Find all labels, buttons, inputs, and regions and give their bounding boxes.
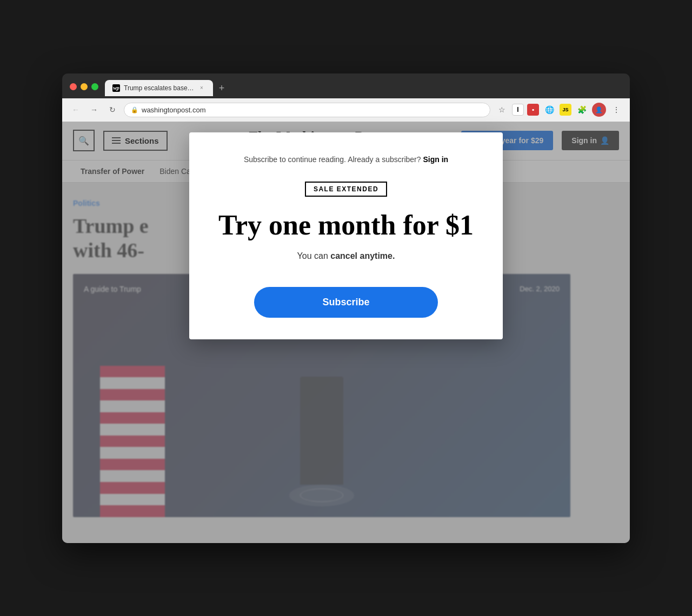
minimize-window-button[interactable]: [81, 83, 88, 90]
maximize-window-button[interactable]: [91, 83, 98, 90]
lock-icon: 🔒: [131, 106, 138, 113]
browser-toolbar-icons: ☆ I ▪ 🌐 JS 🧩 👤 ⋮: [495, 103, 623, 117]
active-tab[interactable]: wp Trump escalates baseless atta ×: [105, 80, 213, 96]
modal-overlay: Subscribe to continue reading. Already a…: [62, 122, 630, 543]
site-content: 🔍 Sections The Washington Post Democracy…: [62, 122, 630, 543]
chrome-menu-icon[interactable]: ⋮: [609, 103, 623, 117]
url-text: washingtonpost.com: [142, 106, 206, 114]
profile-avatar[interactable]: 👤: [592, 103, 606, 117]
address-bar[interactable]: 🔒 washingtonpost.com: [124, 103, 490, 117]
tab-close-button[interactable]: ×: [198, 84, 205, 92]
browser-titlebar: wp Trump escalates baseless atta × +: [62, 73, 630, 98]
modal-subscribe-button[interactable]: Subscribe: [254, 287, 438, 318]
ext-pocket-icon[interactable]: ▪: [527, 104, 539, 116]
tab-bar: wp Trump escalates baseless atta × +: [105, 80, 229, 96]
modal-cancel-text: You can cancel anytime.: [216, 251, 476, 261]
close-window-button[interactable]: [70, 83, 77, 90]
modal-subtitle: Subscribe to continue reading. Already a…: [216, 154, 476, 165]
translate-icon[interactable]: 🌐: [542, 103, 556, 117]
new-tab-button[interactable]: +: [214, 81, 229, 96]
modal-signin-link[interactable]: Sign in: [423, 155, 448, 164]
bookmark-icon[interactable]: ☆: [495, 103, 509, 117]
browser-toolbar: ← → ↻ 🔒 washingtonpost.com ☆ I ▪ 🌐 JS 🧩 …: [62, 98, 630, 122]
back-button[interactable]: ←: [69, 103, 83, 117]
forward-button[interactable]: →: [87, 103, 101, 117]
tab-title: Trump escalates baseless atta: [124, 84, 194, 92]
ext-js-icon[interactable]: JS: [560, 104, 571, 116]
modal-headline: Try one month for $1: [216, 210, 476, 240]
traffic-lights: [70, 83, 98, 92]
extensions-icon[interactable]: 🧩: [575, 103, 589, 117]
sale-badge: SALE EXTENDED: [305, 182, 387, 197]
ext-instapaper-icon[interactable]: I: [512, 104, 524, 116]
tab-favicon: wp: [112, 84, 120, 92]
subscription-modal: Subscribe to continue reading. Already a…: [189, 132, 503, 339]
browser-window: wp Trump escalates baseless atta × + ← →…: [62, 73, 630, 543]
refresh-button[interactable]: ↻: [105, 103, 119, 117]
